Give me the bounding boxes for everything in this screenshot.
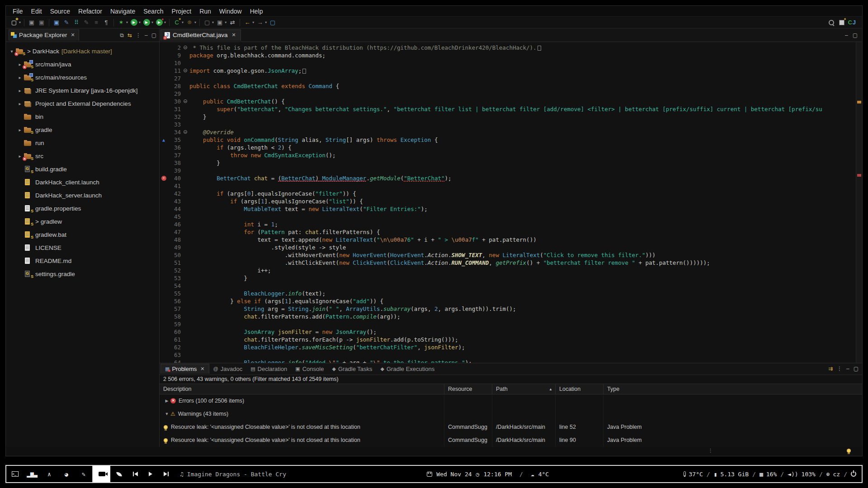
menu-edit[interactable]: Edit bbox=[27, 7, 46, 16]
package-explorer-tab[interactable]: Package Explorer ✕ bbox=[9, 29, 79, 41]
tree-item-gradlew-bat[interactable]: Sgradlew.bat bbox=[6, 228, 159, 241]
tree-item-bin[interactable]: bin bbox=[6, 110, 159, 123]
notification-bulb-icon[interactable] bbox=[847, 449, 851, 453]
link-icon[interactable]: ⇄ bbox=[228, 18, 237, 27]
segments-icon[interactable]: ≡ bbox=[92, 18, 101, 27]
minimize-icon[interactable]: – bbox=[145, 32, 148, 38]
minimize-icon[interactable]: – bbox=[846, 366, 849, 372]
forward-icon[interactable]: → bbox=[255, 18, 264, 27]
fold-gutter[interactable] bbox=[182, 67, 189, 75]
menu-run[interactable]: Run bbox=[195, 7, 215, 16]
tab-gradle-executions[interactable]: ◆Gradle Executions bbox=[377, 364, 439, 374]
tree-item-src-main-java[interactable]: ▸✕Ssrc/main/java bbox=[6, 58, 159, 71]
menu-project[interactable]: Project bbox=[168, 7, 196, 16]
collapsed-region-icon[interactable] bbox=[538, 46, 541, 51]
fold-marker-icon[interactable] bbox=[184, 130, 187, 134]
run-external-icon[interactable]: ▶● bbox=[155, 18, 164, 27]
twisty-icon[interactable]: ▸ bbox=[17, 154, 23, 159]
column-header-path[interactable]: Path▲ bbox=[492, 384, 556, 394]
save-all-icon[interactable]: ▣ bbox=[37, 18, 46, 27]
menu-navigate[interactable]: Navigate bbox=[106, 7, 139, 16]
last-edit-icon[interactable]: ▢ bbox=[268, 18, 277, 27]
tree-item-darkhack-server-launch[interactable]: DarkHack_server.launch bbox=[6, 189, 159, 202]
column-header-description[interactable]: Description bbox=[160, 384, 444, 394]
fold-marker-icon[interactable] bbox=[184, 99, 187, 103]
tree-item-build-gradle[interactable]: GSbuild.gradle bbox=[6, 163, 159, 176]
tab-console[interactable]: ▣Console bbox=[291, 364, 328, 374]
link-with-editor-icon[interactable]: ⇆ bbox=[127, 32, 132, 38]
problem-row[interactable]: Resource leak: '<unassigned Closeable va… bbox=[160, 434, 862, 447]
twisty-icon[interactable]: ▸ bbox=[17, 62, 23, 67]
menu-file[interactable]: File bbox=[9, 7, 27, 16]
camera-icon[interactable] bbox=[93, 466, 110, 482]
power-icon[interactable] bbox=[851, 471, 856, 477]
console-icon[interactable]: ▣ bbox=[52, 18, 61, 27]
twisty-icon[interactable]: ▸ bbox=[17, 101, 23, 106]
save-icon[interactable]: ▣ bbox=[27, 18, 36, 27]
close-icon[interactable]: ✕ bbox=[71, 32, 75, 38]
filter-arrows-icon[interactable]: ⇉ bbox=[828, 366, 833, 372]
tab-gradle-tasks[interactable]: ◆Gradle Tasks bbox=[328, 364, 376, 374]
play-button[interactable] bbox=[143, 466, 158, 482]
tree-item-run[interactable]: run bbox=[6, 136, 159, 150]
debug-icon[interactable]: ✶ bbox=[117, 18, 126, 27]
tree-item-settings-gradle[interactable]: GSsettings.gradle bbox=[6, 267, 159, 281]
tree-item-src-main-resources[interactable]: ▸Ssrc/main/resources bbox=[6, 71, 159, 84]
duplicate-icon[interactable]: ▣ bbox=[215, 18, 224, 27]
overview-ruler[interactable] bbox=[856, 42, 862, 363]
fold-gutter[interactable] bbox=[182, 44, 189, 52]
datetime-widget[interactable]: Wed Nov 24 ◷ 12:16 PM / ☁ 4°C bbox=[427, 466, 549, 482]
problem-row[interactable]: ▼⚠Warnings (43 items) bbox=[160, 408, 862, 421]
menu-help[interactable]: Help bbox=[246, 7, 267, 16]
column-header-location[interactable]: Location bbox=[556, 384, 604, 394]
new-file-icon[interactable]: ▢ bbox=[203, 18, 212, 27]
leaf-icon[interactable] bbox=[110, 466, 127, 482]
close-icon[interactable]: ✕ bbox=[200, 366, 204, 372]
next-track-button[interactable] bbox=[158, 466, 174, 482]
column-header-type[interactable]: Type bbox=[604, 384, 862, 394]
twisty-icon[interactable]: ▸ bbox=[17, 127, 23, 132]
java-perspective-icon[interactable]: CJ bbox=[849, 19, 856, 26]
new-wizard-icon[interactable]: ▢✚ bbox=[9, 18, 19, 27]
pen-icon[interactable]: ✎ bbox=[62, 18, 71, 27]
table-icon[interactable]: ⠿ bbox=[72, 18, 81, 27]
view-menu-icon[interactable]: ⋮ bbox=[837, 366, 842, 372]
run-icon[interactable]: ▶ bbox=[129, 18, 138, 27]
collapse-all-icon[interactable]: ⧉ bbox=[120, 32, 124, 38]
sketch-icon[interactable]: ✎ bbox=[82, 18, 91, 27]
close-icon[interactable]: ✕ bbox=[232, 32, 236, 38]
maximize-icon[interactable]: ▢ bbox=[853, 32, 858, 38]
tree-item-license[interactable]: LICENSE bbox=[6, 241, 159, 254]
code-area[interactable]: 2 * This file is part of the BleachHack … bbox=[160, 42, 856, 363]
column-header-resource[interactable]: Resource bbox=[444, 384, 492, 394]
fold-marker-icon[interactable] bbox=[184, 69, 187, 72]
problem-row[interactable]: Resource leak: '<unassigned Closeable va… bbox=[160, 421, 862, 434]
twisty-icon[interactable]: ▶ bbox=[163, 399, 170, 403]
tree-item-gradle-properties[interactable]: Sgradle.properties bbox=[6, 202, 159, 215]
fold-gutter[interactable] bbox=[182, 128, 189, 136]
whitespace-icon[interactable]: ¶ bbox=[102, 18, 111, 27]
tab-javadoc[interactable]: @Javadoc bbox=[209, 364, 247, 374]
terminal-icon[interactable]: >_ bbox=[6, 466, 24, 482]
occurrence-marker-icon[interactable]: ▲ bbox=[162, 136, 165, 144]
twisty-icon[interactable]: ▸ bbox=[17, 88, 23, 93]
problem-row[interactable]: ▶✕Errors (100 of 2506 items) bbox=[160, 394, 862, 408]
tree-item-jre-system-library-java-16-openjdk[interactable]: ▸JRE System Library [java-16-openjdk] bbox=[6, 84, 159, 97]
peak-icon[interactable]: ∧ bbox=[41, 466, 58, 482]
minimize-icon[interactable]: – bbox=[845, 32, 848, 38]
new-class-icon[interactable]: C✦ bbox=[172, 18, 181, 27]
twisty-icon[interactable]: ▸ bbox=[17, 75, 23, 80]
fold-gutter[interactable] bbox=[182, 98, 189, 105]
tree-item-project-and-external-dependencies[interactable]: ▸Project and External Dependencies bbox=[6, 97, 159, 110]
brush-icon[interactable]: ✎ bbox=[75, 466, 92, 482]
overview-marker[interactable] bbox=[857, 101, 861, 103]
collapsed-region-icon[interactable] bbox=[302, 69, 306, 74]
tab-problems[interactable]: ▦Problems✕ bbox=[160, 364, 209, 374]
palette-icon[interactable]: ◕ bbox=[58, 466, 75, 482]
twisty-icon[interactable]: ▾ bbox=[9, 49, 15, 54]
back-icon[interactable]: ← bbox=[243, 18, 252, 27]
tree-item-readme-md[interactable]: README.md bbox=[6, 254, 159, 267]
twisty-icon[interactable]: ▼ bbox=[163, 412, 170, 416]
menu-source[interactable]: Source bbox=[46, 7, 74, 16]
maximize-icon[interactable]: ▢ bbox=[151, 32, 156, 38]
